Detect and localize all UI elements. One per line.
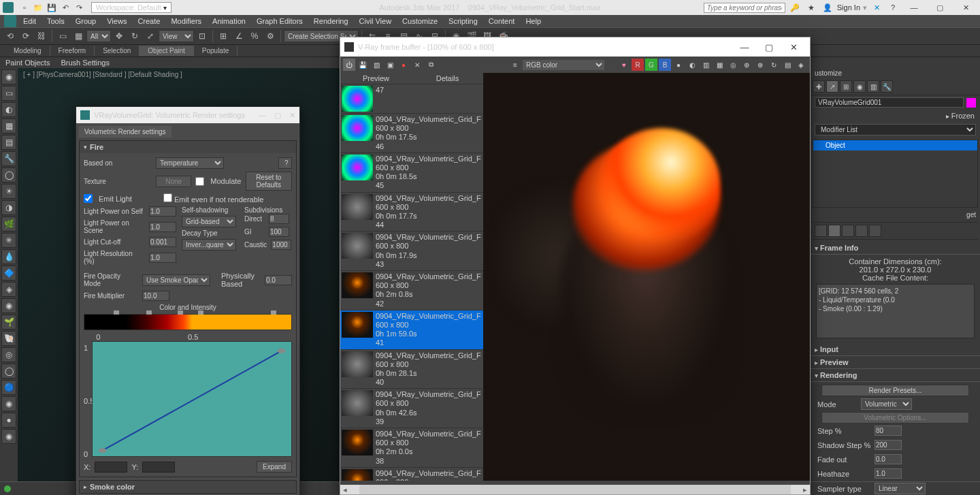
vol-options-button[interactable]: Volumetric Options... [821,412,969,424]
scale-icon[interactable]: ⤢ [143,29,158,44]
fb-r-icon[interactable]: R [632,59,644,71]
tab-modeling[interactable]: Modeling [5,46,50,56]
history-item[interactable]: 0904_VRay_Volumetric_Grid_F600 x 8000h 0… [340,468,483,481]
fb-menu-icon[interactable]: ≡ [509,59,521,71]
fire-rollout-header[interactable]: Fire [80,141,296,153]
filter-dropdown[interactable]: All [86,30,111,42]
unlink-icon[interactable]: ⟳ [18,29,33,44]
fade-field[interactable] [875,454,902,464]
menu-civil-view[interactable]: Civil View [354,16,397,27]
fb-b-icon[interactable]: B [659,59,671,71]
history-item[interactable]: 0904_VRay_Volumetric_Grid_F600 x 8000h 1… [340,310,483,350]
fb-tool1-icon[interactable]: ⊕ [740,59,753,71]
modulate-check[interactable] [195,177,204,186]
subtab-paint[interactable]: Paint Objects [5,59,50,67]
input-rollout[interactable]: Input [811,343,980,356]
preview-rollout[interactable]: Preview [811,356,980,369]
fb-a-icon[interactable]: ● [672,59,685,71]
create-tab-icon[interactable]: ✚ [813,80,825,93]
menu-create[interactable]: Create [132,16,165,27]
lres-field[interactable] [149,253,176,263]
user-icon[interactable]: 👤 [821,1,834,14]
fb-titlebar[interactable]: V-Ray frame buffer - [100% of 600 x 800]… [340,37,810,57]
fb-stop-icon[interactable]: ● [397,59,410,71]
history-item[interactable]: 0904_VRay_Volumetric_Grid_F600 x 8000h 0… [340,193,483,232]
fb-g-icon[interactable]: G [645,59,657,71]
modifier-list-dropdown[interactable]: Modifier List [815,124,976,135]
tab-object-paint[interactable]: Object Paint [140,46,193,56]
left-tool-1[interactable]: ▭ [1,86,16,101]
angle-snap-icon[interactable]: ∠ [231,29,246,44]
direct-field[interactable] [269,214,289,224]
lp-self-field[interactable] [149,206,176,217]
left-tool-11[interactable]: 💧 [1,249,16,264]
dlg-min-button[interactable]: — [259,111,266,120]
menu-graph-editors[interactable]: Graph Editors [251,16,308,27]
mult-field[interactable] [142,291,169,301]
fb-heart-icon[interactable]: ♥ [618,59,630,71]
fb-tool4-icon[interactable]: ▤ [781,59,794,71]
mode-select[interactable]: Volumetric [861,398,912,410]
left-tool-22[interactable]: ◉ [1,429,16,444]
left-tool-8[interactable]: ◑ [1,200,16,215]
object-color-swatch[interactable] [966,98,976,108]
cache-content-list[interactable]: [GRID: 12 574 560 cells, 2 - Liquid/Temp… [816,284,975,338]
history-item[interactable]: 0904_VRay_Volumetric_Grid_F600 x 8000h 0… [340,153,483,193]
fb-cc-icon[interactable]: ◎ [727,59,739,71]
modifier-stack[interactable]: Object [813,140,978,208]
refcoord-dropdown[interactable]: View [159,30,194,42]
left-tool-13[interactable]: ◈ [1,282,16,297]
fb-min-button[interactable]: — [732,37,757,57]
fb-close-button[interactable]: ✕ [781,37,806,57]
utilities-tab-icon[interactable]: 🔧 [881,80,893,93]
fb-save-icon[interactable]: 💾 [357,59,369,71]
left-tool-15[interactable]: 🌱 [1,315,16,330]
snap-icon[interactable]: ⊞ [216,29,231,44]
left-tool-0[interactable]: ◉ [1,69,16,84]
sampler-select[interactable]: Linear [875,483,926,494]
menu-scripting[interactable]: Scripting [443,16,483,27]
move-icon[interactable]: ✥ [112,29,127,44]
select-icon[interactable]: ▭ [55,29,70,44]
sign-in-link[interactable]: Sign In [837,3,860,12]
show-result-icon[interactable] [828,225,840,237]
opac-mode-select[interactable]: Use Smoke Opacity [142,274,210,286]
configure-icon[interactable] [869,225,881,237]
motion-tab-icon[interactable]: ◉ [853,80,866,93]
left-tool-16[interactable]: 🐚 [1,331,16,346]
stack-object-item[interactable]: Object [813,140,977,150]
new-icon[interactable]: ▫ [18,1,31,14]
fb-scrollbar[interactable]: ◂ ▸ [340,485,810,494]
menu-modifiers[interactable]: Modifiers [165,16,207,27]
smoke-color-rollout[interactable]: Smoke color [80,481,296,493]
link-icon[interactable]: ⟲ [3,29,18,44]
history-item[interactable]: 0904_VRay_Volumetric_Grid_F600 x 8000h 2… [340,271,483,310]
rendering-rollout[interactable]: Rendering [811,369,980,382]
cutoff-field[interactable] [149,237,176,247]
left-tool-19[interactable]: 🔵 [1,380,16,395]
menu-help[interactable]: Help [520,16,546,27]
minimize-button[interactable]: — [902,0,926,15]
fb-max-button[interactable]: ▢ [757,37,781,57]
remove-mod-icon[interactable] [855,225,868,237]
history-item[interactable]: 0904_VRay_Volumetric_Grid_F600 x 8000h 0… [340,389,483,428]
pin-stack-icon[interactable] [815,225,827,237]
left-tool-7[interactable]: ☀ [1,184,16,199]
tab-selection[interactable]: Selection [95,46,140,56]
shadow-step-field[interactable] [875,440,902,450]
menu-animation[interactable]: Animation [207,16,251,27]
settings-tab[interactable]: Volumetric Render settings [79,126,172,138]
menu-rendering[interactable]: Rendering [308,16,354,27]
menu-views[interactable]: Views [101,16,132,27]
emit-light-check[interactable] [84,194,93,203]
display-tab-icon[interactable]: ▥ [867,80,879,93]
app-menu-icon[interactable] [4,15,16,27]
left-tool-10[interactable]: ✳ [1,233,16,248]
redo-icon[interactable]: ↷ [73,1,85,14]
y-field[interactable] [142,462,175,473]
spinner-snap-icon[interactable]: ⚙ [263,29,278,44]
pivot-icon[interactable]: ⊡ [195,29,210,44]
dlg-close-button[interactable]: ✕ [289,111,295,120]
object-name-field[interactable] [815,97,964,108]
fb-mono-icon[interactable]: ◐ [686,59,698,71]
